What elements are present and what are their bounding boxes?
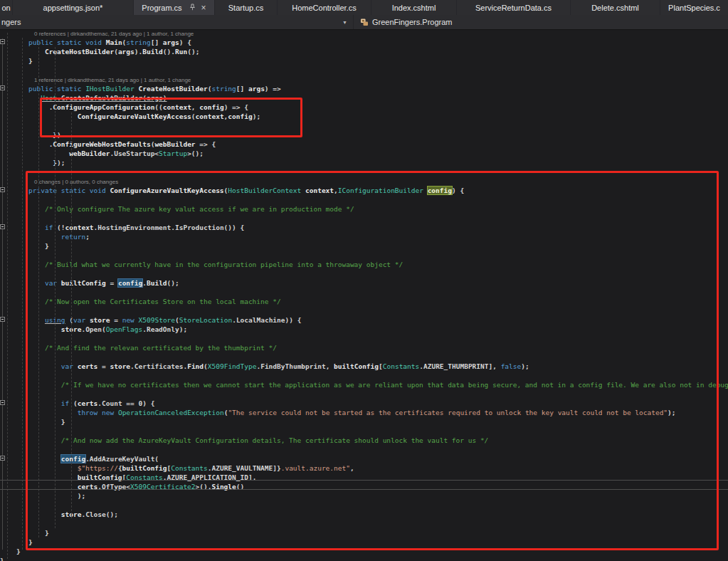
indent-guide: [7, 33, 8, 559]
visual-studio-editor: { "app": {"name": "Visual Studio code ed…: [0, 0, 728, 561]
blank-line: [0, 195, 728, 204]
code-line: /* Build what we currently have in the c…: [0, 260, 728, 269]
code-line: builtConfig[Constants.AZURE_APPLICATION_…: [0, 473, 728, 482]
chevron-down-icon[interactable]: ▼: [342, 20, 347, 25]
code-line: /* And find the relevan certificated by …: [0, 343, 728, 352]
code-line: });: [0, 158, 728, 167]
code-line: if (certs.Count == 0) {: [0, 399, 728, 408]
code-line: /* Now open the Certificates Store on th…: [0, 297, 728, 306]
code-line: public static IHostBuilder CreateHostBui…: [0, 84, 728, 93]
blank-line: [0, 214, 728, 223]
codelens-info: 0 changes | 0 authors, 0 changes: [0, 177, 728, 186]
blank-line: [0, 121, 728, 130]
code-line: }: [0, 417, 728, 426]
code-line: var builtConfig = config.Build();: [0, 278, 728, 288]
codelens-info: 1 reference | dirkandthemac, 21 days ago…: [0, 75, 728, 84]
blank-line: [0, 445, 728, 454]
blank-line: [0, 288, 728, 297]
fold-collapse-box[interactable]: [0, 456, 5, 461]
blank-line: [0, 500, 728, 510]
type-dropdown[interactable]: GreenFingers.Program: [354, 15, 453, 29]
code-line: webBuilder.UseStartup<Startup>();: [0, 149, 728, 158]
tab-label: HomeController.cs: [292, 4, 356, 12]
code-line: return;: [0, 232, 728, 241]
tab-appsettings-json-[interactable]: appsettings.json*: [13, 0, 134, 15]
code-line: private static void ConfigureAzureVaultK…: [0, 186, 728, 195]
code-line: .ConfigureAppConfiguration((context, con…: [0, 103, 728, 112]
indent-guide: [71, 112, 72, 518]
code-line: Host.CreateDefaultBuilder(args): [0, 93, 728, 103]
code-line: .ConfigureWebHostDefaults(webBuilder => …: [0, 140, 728, 149]
blank-line: [0, 426, 728, 436]
tab-label: PlantSpecies.c: [668, 4, 720, 12]
outline-margin-line: [2, 38, 3, 550]
blank-line: [0, 334, 728, 343]
code-line: /* If we have no certificates then we ca…: [0, 380, 728, 389]
csharp-class-icon: [360, 18, 369, 26]
blank-line: [0, 251, 728, 260]
code-line: using (var store = new X509Store(StoreLo…: [0, 315, 728, 325]
code-line: }: [0, 56, 728, 65]
code-line: }: [0, 528, 728, 538]
blank-line: [0, 352, 728, 362]
tab-homecontroller-cs[interactable]: HomeController.cs: [278, 0, 371, 15]
indent-guide: [22, 38, 23, 550]
tab-label: appsettings.json*: [43, 4, 103, 12]
tab-label: Program.cs: [142, 4, 181, 12]
code-line: if (!context.HostingEnvironment.IsProduc…: [0, 223, 728, 232]
tab-servicereturndata-cs[interactable]: ServiceReturnData.cs: [457, 0, 571, 15]
tab-label: Index.cshtml: [392, 4, 436, 12]
blank-line: [0, 389, 728, 399]
code-line: store.Open(OpenFlags.ReadOnly);: [0, 325, 728, 334]
tab-program-cs[interactable]: Program.cs×: [134, 0, 215, 15]
code-line: }: [0, 556, 728, 561]
code-line: var certs = store.Certificates.Find(X509…: [0, 362, 728, 371]
tab-plantspecies-c[interactable]: PlantSpecies.c: [660, 0, 728, 15]
code-line: );: [0, 491, 728, 500]
blank-line: [0, 371, 728, 380]
fold-collapse-box[interactable]: [0, 39, 5, 44]
project-dropdown-text: ngers: [1, 18, 21, 26]
fold-collapse-box[interactable]: [0, 400, 5, 405]
blank-line: [0, 167, 728, 177]
fold-collapse-box[interactable]: [0, 187, 5, 192]
tab-label: Startup.cs: [228, 4, 264, 12]
indent-guide: [55, 47, 56, 528]
code-line: $"https://{builtConfig[Constants.AZURE_V…: [0, 463, 728, 473]
tab-label: Delete.cshtml: [591, 4, 639, 12]
code-line: }: [0, 547, 728, 556]
code-line: certs.OfType<X509Certificate2>().Single(…: [0, 482, 728, 491]
pin-icon[interactable]: [189, 4, 196, 12]
code-editor[interactable]: 0 references | dirkandthemac, 21 days ag…: [0, 28, 728, 561]
code-line: throw new OperationCanceledException("Th…: [0, 408, 728, 417]
code-line: ConfigureAzureVaultKeyAccess(context,con…: [0, 112, 728, 121]
project-dropdown[interactable]: ngers ▼: [0, 15, 354, 29]
tab-on[interactable]: on: [0, 0, 13, 15]
code-line: }: [0, 241, 728, 251]
blank-line: [0, 269, 728, 278]
tab-delete-cshtml[interactable]: Delete.cshtml: [571, 0, 660, 15]
blank-line: [0, 65, 728, 75]
type-dropdown-text: GreenFingers.Program: [372, 18, 453, 26]
tab-label: ServiceReturnData.cs: [475, 4, 552, 12]
code-line: CreateHostBuilder(args).Build().Run();: [0, 47, 728, 56]
code-line: }): [0, 130, 728, 140]
code-line: /* Only configure The azure key valut ac…: [0, 204, 728, 214]
code-line: config.AddAzureKeyVault(: [0, 454, 728, 463]
fold-collapse-box[interactable]: [0, 317, 5, 322]
code-line: store.Close();: [0, 510, 728, 519]
tab-label: on: [1, 4, 10, 12]
tab-index-cshtml[interactable]: Index.cshtml: [371, 0, 457, 15]
indent-guide: [38, 40, 39, 538]
blank-line: [0, 306, 728, 315]
code-line: /* And now add the AzureKeyVault Configu…: [0, 436, 728, 445]
fold-collapse-box[interactable]: [0, 85, 5, 90]
code-line: }: [0, 538, 728, 547]
document-tab-bar: onappsettings.json*Program.cs×Startup.cs…: [0, 0, 728, 15]
code-line: public static void Main(string[] args) {: [0, 38, 728, 47]
navigation-bar: ngers ▼ GreenFingers.Program: [0, 15, 728, 30]
close-icon[interactable]: ×: [201, 4, 206, 11]
blank-line: [0, 519, 728, 528]
fold-collapse-box[interactable]: [0, 224, 5, 229]
tab-startup-cs[interactable]: Startup.cs: [215, 0, 278, 15]
